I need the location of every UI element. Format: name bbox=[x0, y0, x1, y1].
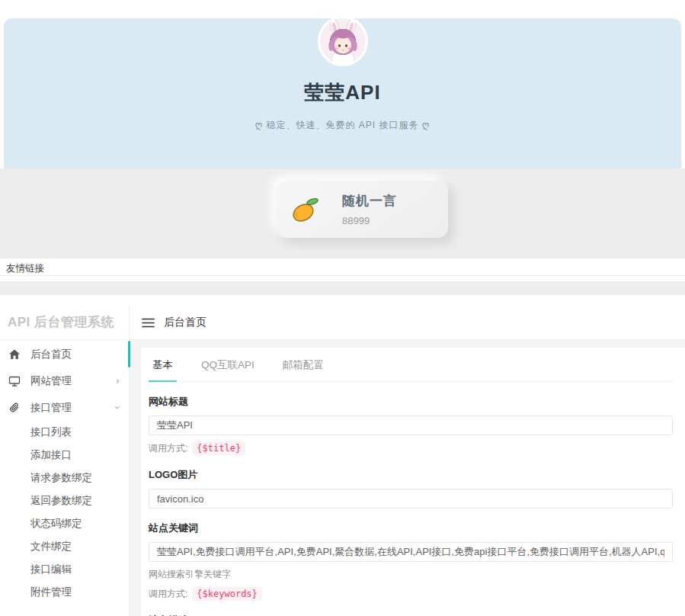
admin-logo: API 后台管理系统 bbox=[0, 305, 129, 340]
sidebar-item-site-management[interactable]: 网站管理 › bbox=[0, 367, 129, 394]
logo-image-label: LOGO图片 bbox=[149, 468, 673, 482]
site-title: 莹莹API bbox=[4, 79, 681, 106]
keywords-help1: 网站搜索引擎关键字 bbox=[149, 568, 673, 581]
help-prefix: 调用方式: bbox=[149, 442, 187, 455]
sidebar-subitem-response-params[interactable]: 返回参数绑定 bbox=[0, 489, 129, 512]
admin-sidebar: API 后台管理系统 后台首页 网站管理 › 接口管理 bbox=[0, 305, 130, 616]
quote-card-count: 88999 bbox=[342, 215, 397, 226]
site-title-help: 调用方式: {$title} bbox=[149, 441, 673, 455]
site-avatar bbox=[320, 18, 366, 64]
paperclip-icon bbox=[8, 402, 21, 414]
footer-divider-bar bbox=[0, 281, 685, 295]
sidebar-subitem-request-params[interactable]: 请求参数绑定 bbox=[0, 467, 129, 489]
sidebar-item-dashboard[interactable]: 后台首页 bbox=[0, 341, 129, 367]
sidebar-scrollbar-thumb[interactable] bbox=[128, 341, 130, 367]
friend-links-heading: 友情链接 bbox=[0, 258, 685, 276]
quote-card-text: 随机一言 88999 bbox=[342, 192, 397, 226]
sidebar-subitem-api-edit[interactable]: 接口编辑 bbox=[0, 558, 129, 581]
sidebar-subitem-attachments[interactable]: 附件管理 bbox=[0, 581, 129, 604]
admin-topbar: 后台首页 bbox=[130, 305, 685, 340]
quote-card-title: 随机一言 bbox=[342, 192, 397, 210]
admin-content: 后台首页 基本 QQ互联API 邮箱配置 网站标题 调用方式: {$title}… bbox=[130, 305, 685, 616]
sidebar-subitem-add-api[interactable]: 添加接口 bbox=[0, 444, 129, 467]
sidebar-subitem-file-binding[interactable]: 文件绑定 bbox=[0, 535, 129, 558]
home-icon bbox=[8, 348, 21, 361]
tab-basic[interactable]: 基本 bbox=[149, 351, 177, 382]
keywords-variable-chip: {$keywords} bbox=[192, 587, 261, 601]
tab-qq-connect-api[interactable]: QQ互联API bbox=[197, 351, 258, 381]
sidebar-subitem-api-list[interactable]: 接口列表 bbox=[0, 421, 129, 444]
monitor-icon bbox=[8, 375, 21, 387]
sidebar-item-label: 接口管理 bbox=[30, 401, 116, 415]
api-cards-section: 随机一言 88999 bbox=[0, 168, 685, 258]
random-quote-api-card[interactable]: 随机一言 88999 bbox=[277, 181, 448, 238]
sidebar-item-label: 后台首页 bbox=[30, 348, 120, 361]
hero-banner: 莹莹API ღ 稳定、快速、免费的 API 接口服务 ღ bbox=[4, 18, 681, 168]
site-title-input[interactable] bbox=[149, 415, 673, 435]
admin-panel: API 后台管理系统 后台首页 网站管理 › 接口管理 bbox=[0, 305, 685, 616]
keywords-input[interactable] bbox=[149, 542, 673, 562]
settings-tabs: 基本 QQ互联API 邮箱配置 bbox=[149, 351, 673, 382]
breadcrumb: 后台首页 bbox=[164, 316, 206, 329]
mango-icon bbox=[287, 193, 321, 226]
sidebar-subitem-status-codes[interactable]: 状态码绑定 bbox=[0, 512, 129, 535]
hamburger-menu-icon[interactable] bbox=[142, 317, 155, 327]
keywords-help2: 调用方式: {$keywords} bbox=[149, 587, 673, 601]
chevron-down-icon: › bbox=[112, 406, 123, 409]
settings-panel: 基本 QQ互联API 邮箱配置 网站标题 调用方式: {$title} LOGO… bbox=[141, 348, 685, 616]
sidebar-menu: 后台首页 网站管理 › 接口管理 › 接口列表 添加接口 请求参数绑定 返回参数… bbox=[0, 340, 129, 616]
sidebar-item-friend-links[interactable]: 友链管理 › bbox=[0, 610, 129, 616]
anime-girl-avatar-image bbox=[320, 18, 366, 64]
help-prefix: 调用方式: bbox=[149, 588, 187, 601]
chevron-right-icon: › bbox=[116, 375, 120, 387]
tab-email-config[interactable]: 邮箱配置 bbox=[279, 351, 328, 381]
title-variable-chip: {$title} bbox=[192, 441, 245, 455]
site-title-label: 网站标题 bbox=[149, 395, 673, 409]
sidebar-item-api-management[interactable]: 接口管理 › bbox=[0, 394, 129, 421]
sidebar-item-label: 网站管理 bbox=[30, 374, 116, 388]
logo-image-input[interactable] bbox=[149, 489, 673, 509]
site-subtitle: ღ 稳定、快速、免费的 API 接口服务 ღ bbox=[4, 119, 681, 132]
keywords-label: 站点关键词 bbox=[149, 521, 673, 535]
